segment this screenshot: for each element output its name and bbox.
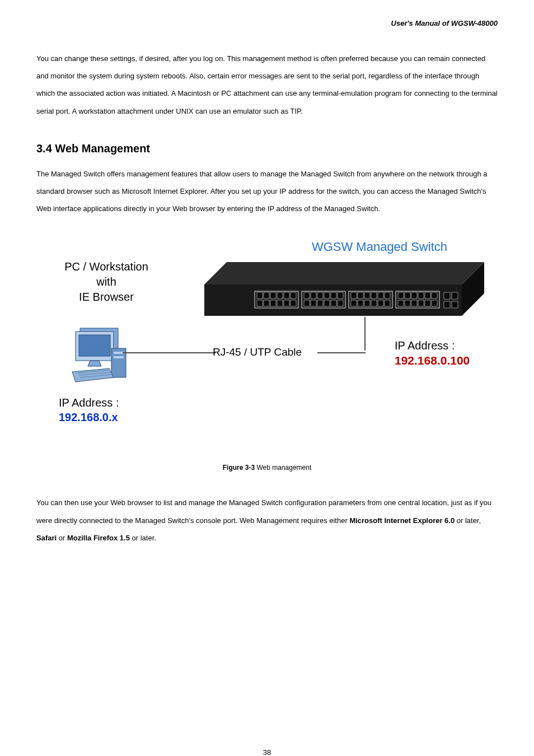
figure-3-3: WGSW Managed Switch PC / Workstation wit… — [36, 240, 498, 452]
pc-ip-label: IP Address : — [59, 396, 119, 409]
p3-bold-firefox: Mozilla Firefox 1.5 — [67, 534, 130, 542]
svg-rect-59 — [432, 292, 437, 298]
svg-rect-57 — [418, 292, 424, 298]
svg-rect-19 — [264, 292, 269, 298]
svg-rect-51 — [371, 300, 377, 306]
svg-rect-27 — [277, 300, 283, 306]
section-heading: 3.4 Web Management — [36, 142, 498, 155]
svg-rect-37 — [311, 300, 316, 306]
svg-rect-43 — [358, 292, 363, 298]
pc-title-line3: IE Browser — [79, 291, 134, 303]
page-number: 38 — [36, 748, 498, 756]
svg-rect-20 — [270, 292, 276, 298]
p3-text-2: or later, — [455, 516, 481, 525]
figure-caption-number: Figure 3-3 — [223, 464, 255, 472]
svg-rect-50 — [364, 300, 370, 306]
svg-rect-66 — [444, 292, 450, 299]
svg-marker-7 — [72, 368, 114, 382]
p3-text-3: or — [57, 534, 67, 542]
p3-bold-ie: Microsoft Internet Explorer 6.0 — [349, 516, 455, 525]
svg-rect-23 — [291, 292, 296, 298]
svg-rect-69 — [452, 301, 458, 308]
switch-icon — [204, 261, 484, 325]
p3-text-4: or later. — [130, 534, 156, 542]
svg-marker-11 — [204, 262, 484, 284]
svg-rect-53 — [385, 300, 390, 306]
connector-line-right — [317, 352, 366, 353]
svg-rect-36 — [304, 300, 310, 306]
svg-rect-31 — [311, 292, 316, 298]
svg-rect-49 — [358, 300, 363, 306]
paragraph-intro: You can change these settings, if desire… — [36, 50, 498, 120]
svg-rect-21 — [277, 292, 283, 298]
svg-rect-55 — [405, 292, 410, 298]
svg-rect-61 — [405, 300, 410, 306]
svg-rect-68 — [444, 301, 450, 308]
svg-rect-54 — [398, 292, 404, 298]
svg-rect-64 — [425, 300, 430, 306]
svg-rect-62 — [411, 300, 417, 306]
switch-ip-value: 192.168.0.100 — [395, 354, 470, 367]
svg-rect-18 — [257, 292, 263, 298]
svg-rect-24 — [257, 300, 263, 306]
document-page: User's Manual of WGSW-48000 You can chan… — [0, 0, 534, 756]
connector-line-left — [123, 352, 216, 353]
svg-rect-26 — [270, 300, 276, 306]
svg-rect-38 — [317, 300, 323, 306]
svg-rect-30 — [304, 292, 310, 298]
pc-title-block: PC / Workstation with IE Browser — [50, 259, 162, 305]
svg-rect-41 — [338, 300, 343, 306]
svg-rect-58 — [425, 292, 430, 298]
svg-rect-46 — [378, 292, 383, 298]
pc-ip-value: 192.168.0.x — [59, 411, 118, 424]
pc-title-line1: PC / Workstation — [64, 260, 148, 273]
figure-caption: Figure 3-3 Web management — [36, 464, 498, 472]
svg-rect-45 — [371, 292, 377, 298]
paragraph-browser-req: You can then use your Web browser to lis… — [36, 494, 498, 547]
svg-rect-33 — [324, 292, 330, 298]
paragraph-web-mgmt: The Managed Switch offers management fea… — [36, 165, 498, 218]
svg-rect-67 — [452, 292, 458, 299]
svg-marker-3 — [88, 361, 101, 366]
svg-rect-42 — [351, 292, 357, 298]
p3-bold-safari: Safari — [36, 534, 57, 542]
svg-rect-48 — [351, 300, 357, 306]
svg-rect-56 — [411, 292, 417, 298]
svg-rect-22 — [284, 292, 289, 298]
svg-rect-25 — [264, 300, 269, 306]
cable-label: RJ-45 / UTP Cable — [213, 346, 302, 358]
svg-rect-44 — [364, 292, 370, 298]
svg-rect-35 — [338, 292, 343, 298]
switch-title-text: WGSW Managed Switch — [312, 240, 447, 254]
connector-line-vertical — [364, 317, 366, 351]
pc-title-line2: with — [96, 276, 116, 288]
svg-marker-2 — [79, 335, 110, 356]
svg-rect-47 — [385, 292, 390, 298]
svg-rect-34 — [331, 292, 336, 298]
page-header: User's Manual of WGSW-48000 — [36, 19, 498, 27]
svg-rect-29 — [291, 300, 296, 306]
svg-rect-28 — [284, 300, 289, 306]
svg-rect-6 — [114, 356, 124, 358]
figure-caption-text: Web management — [255, 464, 311, 472]
svg-rect-39 — [324, 300, 330, 306]
svg-rect-60 — [398, 300, 404, 306]
svg-rect-65 — [432, 300, 437, 306]
switch-ip-label: IP Address : — [395, 339, 455, 352]
svg-rect-40 — [331, 300, 336, 306]
computer-icon — [70, 324, 132, 388]
svg-rect-32 — [317, 292, 323, 298]
svg-rect-63 — [418, 300, 424, 306]
svg-rect-52 — [378, 300, 383, 306]
